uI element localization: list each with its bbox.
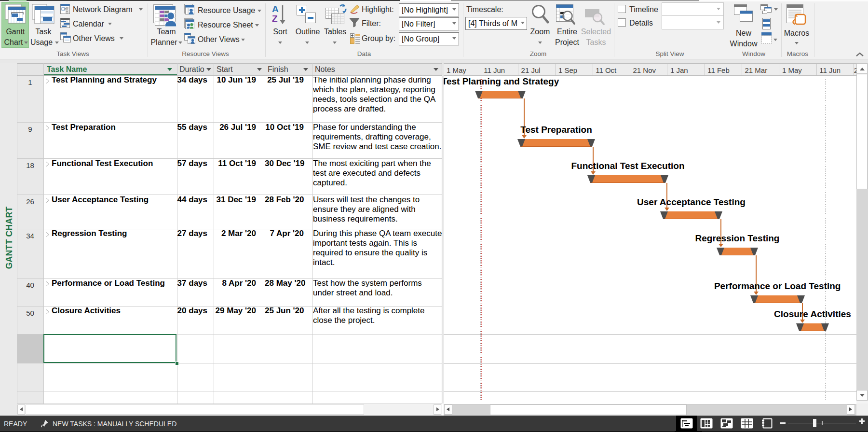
svg-text:Z: Z	[272, 14, 278, 24]
svg-text:A: A	[272, 4, 279, 14]
